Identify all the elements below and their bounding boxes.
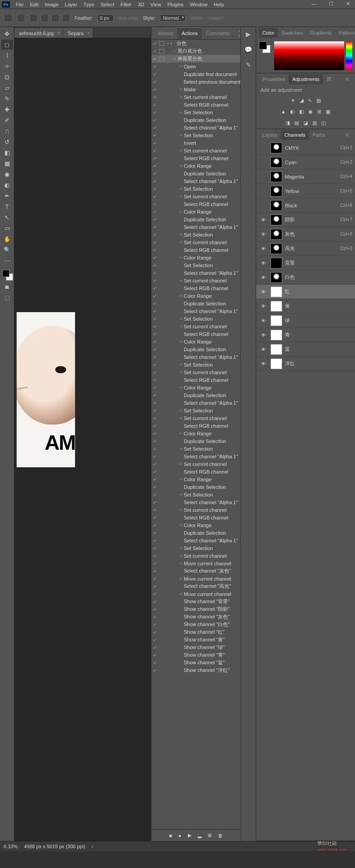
- exposure-icon[interactable]: ▨: [316, 98, 321, 103]
- menu-window[interactable]: Window: [187, 2, 211, 7]
- photo-filter-icon[interactable]: ◉: [308, 109, 313, 115]
- gradient-map-icon[interactable]: ▥: [312, 120, 317, 126]
- action-step[interactable]: ✓Show channel "洋红": [151, 667, 240, 674]
- action-step[interactable]: ✓Select RGB channel: [151, 468, 240, 475]
- action-step[interactable]: ✓>Set Selection: [151, 131, 240, 139]
- menu-help[interactable]: Help: [211, 2, 227, 7]
- window-controls[interactable]: — ☐ ✕: [308, 1, 353, 7]
- play-icon[interactable]: ▶: [188, 832, 191, 838]
- visibility-icon[interactable]: 👁: [259, 260, 268, 266]
- stop-icon[interactable]: ■: [169, 833, 172, 838]
- crop-tool[interactable]: ⊡: [1, 72, 13, 82]
- invert-icon[interactable]: ◨: [285, 120, 290, 126]
- vibrance-icon[interactable]: ▲: [281, 109, 286, 115]
- action-step[interactable]: ✓Show channel "绿": [151, 644, 240, 651]
- action-step[interactable]: ✓Select RGB channel: [151, 422, 240, 430]
- action-step[interactable]: ✓Select channel "Alpha 1": [151, 537, 240, 544]
- action-step[interactable]: ✓Select RGB channel: [151, 200, 240, 208]
- action-step[interactable]: ✓Select RGB channel: [151, 284, 240, 292]
- tab-channels[interactable]: Channels: [281, 130, 309, 140]
- action-step[interactable]: ✓>Set Selection: [151, 231, 240, 238]
- action-step[interactable]: ✓Duplicate Selection: [151, 116, 240, 124]
- action-step[interactable]: ✓Select channel "Alpha 1": [151, 452, 240, 460]
- channel-row[interactable]: 👁青: [256, 328, 355, 342]
- action-step[interactable]: ✓>Set current channel: [151, 506, 240, 514]
- zoom-tool[interactable]: 🔍: [1, 245, 13, 255]
- color-picker[interactable]: [256, 39, 355, 73]
- action-step[interactable]: ✓Show channel "灰色": [151, 613, 240, 621]
- action-step[interactable]: ✓Show channel "红": [151, 628, 240, 636]
- quickmask-icon[interactable]: ◙: [1, 282, 13, 291]
- action-step[interactable]: ✓>Color Range: [151, 338, 240, 345]
- menu-select[interactable]: Select: [98, 2, 118, 7]
- tab-libraries[interactable]: 库: [323, 74, 335, 85]
- channel-row[interactable]: 👁高光Ctrl+9: [256, 242, 355, 256]
- comment-panel-icon[interactable]: 💬: [244, 46, 253, 54]
- action-step[interactable]: ✓Duplicate Selection: [151, 391, 240, 399]
- posterize-icon[interactable]: ▤: [294, 120, 299, 126]
- document-tab[interactable]: Separa×: [63, 28, 93, 38]
- action-step[interactable]: ✓Select channel "Alpha 1": [151, 124, 240, 131]
- add-selection-icon[interactable]: [40, 14, 49, 22]
- marquee-icon[interactable]: [17, 14, 25, 22]
- action-step[interactable]: ✓Select previous document: [151, 78, 240, 85]
- channel-row[interactable]: 👁背景: [256, 256, 355, 270]
- visibility-icon[interactable]: 👁: [259, 246, 268, 251]
- eraser-tool[interactable]: ◧: [1, 148, 13, 157]
- menu-layer[interactable]: Layer: [62, 2, 80, 7]
- action-step[interactable]: ✓>Color Range: [151, 475, 240, 483]
- action-step[interactable]: ✓Select RGB channel: [151, 376, 240, 384]
- channel-row[interactable]: 👁洋红: [256, 357, 355, 371]
- close-tab-icon[interactable]: ×: [87, 31, 90, 36]
- action-step[interactable]: ✓>Color Range: [151, 430, 240, 437]
- action-step[interactable]: ✓Select RGB channel: [151, 330, 240, 338]
- action-step[interactable]: ✓>黑白底分色: [151, 47, 240, 55]
- action-step[interactable]: ✓v▪分色: [151, 40, 240, 47]
- action-step[interactable]: ✓Select channel "Alpha 1": [151, 307, 240, 315]
- action-step[interactable]: ✓>Color Range: [151, 254, 240, 261]
- feather-input[interactable]: 0 px: [98, 14, 114, 22]
- screenmode-icon[interactable]: ⬚: [1, 292, 13, 302]
- channel-row[interactable]: MagentaCtrl+4: [256, 170, 355, 184]
- action-step[interactable]: ✓Select RGB channel: [151, 154, 240, 162]
- channel-row[interactable]: 👁绿: [256, 313, 355, 328]
- action-step[interactable]: ✓Select channel "Alpha 1": [151, 177, 240, 185]
- action-step[interactable]: ✓>Set Selection: [151, 108, 240, 116]
- levels-icon[interactable]: ◢: [300, 98, 303, 103]
- heal-tool[interactable]: ✚: [1, 104, 13, 114]
- folder-icon[interactable]: ▂: [198, 832, 201, 838]
- channel-row[interactable]: 👁灰色Ctrl+8: [256, 227, 355, 242]
- tab-color[interactable]: Color: [259, 28, 278, 38]
- menu-plugins[interactable]: Plugins: [164, 2, 186, 7]
- action-step[interactable]: ✓Invert: [151, 139, 240, 147]
- maximize-icon[interactable]: ☐: [326, 1, 337, 7]
- action-step[interactable]: ✓Select channel "Alpha 1": [151, 353, 240, 361]
- tab-swatches[interactable]: Swatches: [278, 28, 306, 38]
- action-step[interactable]: ✓v单背景分色: [151, 55, 240, 63]
- brightness-icon[interactable]: ☀: [291, 98, 295, 103]
- path-tool[interactable]: ↖: [1, 212, 13, 222]
- channel-row[interactable]: BlackCtrl+6: [256, 198, 355, 213]
- action-step[interactable]: ✓Select channel "Alpha 1": [151, 399, 240, 407]
- lookup-icon[interactable]: ▦: [326, 109, 330, 115]
- tab-actions[interactable]: Actions: [178, 27, 202, 39]
- action-step[interactable]: ✓>Set current channel: [151, 322, 240, 330]
- menu-view[interactable]: View: [147, 2, 164, 7]
- action-step[interactable]: ✓Select channel "Alpha 1": [151, 269, 240, 277]
- style-select[interactable]: Normal: [160, 14, 186, 22]
- sub-selection-icon[interactable]: [51, 14, 59, 22]
- tab-gradients[interactable]: Gradients: [306, 28, 335, 38]
- blur-tool[interactable]: ◉: [1, 169, 13, 179]
- shape-tool[interactable]: ▭: [1, 223, 13, 233]
- channel-row[interactable]: CMYKCtrl+2: [256, 141, 355, 155]
- move-tool[interactable]: ✥: [1, 29, 13, 39]
- action-step[interactable]: ✓Duplicate Selection: [151, 345, 240, 353]
- tab-adjustments[interactable]: Adjustments: [288, 74, 323, 84]
- action-step[interactable]: ✓>Open: [151, 63, 240, 70]
- zoom-value[interactable]: 8.33%: [4, 844, 18, 849]
- action-step[interactable]: ✓>Color Range: [151, 208, 240, 215]
- channel-row[interactable]: 👁黄: [256, 299, 355, 313]
- new-icon[interactable]: ⊞: [208, 832, 212, 838]
- play-panel-icon[interactable]: ▶: [244, 31, 253, 39]
- tab-patterns[interactable]: Patterns: [335, 28, 355, 38]
